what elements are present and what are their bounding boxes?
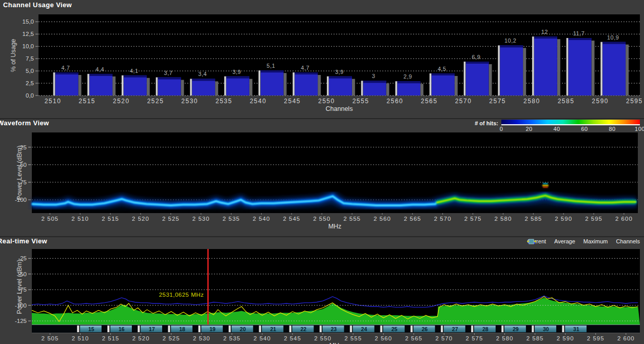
usage-y-axis-title: % of Usage (10, 39, 17, 72)
channel-block-stripe (138, 326, 140, 332)
usage-bar (397, 81, 420, 95)
bar-top-cap (363, 81, 386, 83)
channel-number: 25 (392, 326, 398, 332)
realtime-x-tick-label: 2 595 (587, 335, 604, 341)
waveform-x-axis-title: MHz (328, 223, 342, 230)
colorbar-tick-label: 80 (609, 126, 615, 132)
bar-shadow (386, 83, 389, 95)
bar-top-cap (602, 42, 626, 44)
legend-item-maximum[interactable]: Maximum (583, 238, 608, 244)
realtime-x-tick-label: 2 545 (284, 335, 301, 341)
usage-bar (295, 72, 318, 95)
bar-value-label: 4,7 (62, 65, 70, 71)
channel-block-stripe (77, 326, 80, 332)
channel-number: 24 (361, 326, 367, 332)
hits-colorbar-legend: # of hits: 020406080100 (475, 120, 640, 132)
realtime-x-tick-label: 2 565 (405, 335, 422, 341)
colorbar-tick-label: 0 (500, 126, 503, 132)
realtime-y-tick-label: -125 (15, 318, 27, 324)
realtime-x-tick-label: 2 515 (102, 335, 120, 341)
colorbar-tick-label: 20 (525, 126, 532, 132)
waveform-x-tick-label: 2 560 (374, 216, 391, 222)
waveform-x-tick-label: 2 510 (71, 216, 89, 222)
waveform-x-tick-label: 2 550 (313, 216, 330, 222)
usage-bar (363, 81, 386, 95)
bar-top-cap (329, 77, 352, 79)
bar-value-label: 4,4 (95, 66, 104, 72)
bar-left-stripe (87, 74, 89, 95)
waveform-y-axis-title: Power Level (dBm) (16, 145, 23, 200)
realtime-x-tick-label: 2 560 (375, 335, 392, 341)
colorbar-tick-label: 100 (635, 126, 644, 132)
usage-bar (261, 70, 284, 95)
waveform-x-tick-label: 2 555 (343, 216, 361, 222)
bar-top-cap (261, 70, 284, 72)
bar-left-stripe (156, 78, 158, 95)
channel-usage-panel: Channel Usage View 0,02,55,07,510,012,51… (0, 0, 644, 118)
bar-value-label: 4,5 (438, 66, 446, 72)
channel-number: 28 (482, 326, 489, 332)
waveform-title: Waveform View (0, 119, 49, 127)
channel-number: 18 (179, 326, 185, 332)
usage-x-tick-label: 2555 (353, 98, 369, 105)
usage-x-tick-label: 2565 (421, 98, 438, 105)
bar-top-cap (124, 75, 147, 78)
channel-block-stripe (107, 326, 110, 332)
usage-y-tick-label: 0,0 (26, 92, 34, 99)
realtime-x-tick-label: 2 535 (223, 335, 241, 341)
channel-block-stripe (289, 326, 292, 332)
usage-y-tick-label: 2,5 (26, 80, 34, 86)
channel-block-stripe (532, 326, 534, 332)
bar-left-stripe (122, 75, 124, 95)
usage-y-tick-label: 15,0 (23, 18, 34, 25)
channel-block-stripe (471, 326, 474, 332)
usage-bar (158, 78, 181, 95)
channel-block-stripe (380, 326, 383, 332)
legend-item-channels[interactable]: Channels (616, 238, 640, 244)
spike-cap-cyan (543, 183, 548, 184)
channel-number: 17 (149, 326, 155, 332)
bar-left-stripe (567, 38, 569, 95)
channel-number: 15 (88, 326, 94, 332)
colorbar-tick-label: 40 (553, 126, 560, 132)
realtime-x-tick-label: 2 505 (42, 335, 59, 341)
channel-block-stripe (501, 326, 504, 332)
colorbar-gradient (501, 120, 640, 125)
bar-shadow (420, 84, 423, 95)
bar-shadow (455, 76, 458, 95)
waveform-x-tick-label: 2 585 (524, 216, 542, 222)
channel-number: 19 (209, 326, 216, 332)
legend-item-label: Maximum (583, 238, 608, 244)
waveform-x-tick-label: 2 530 (192, 216, 210, 222)
usage-y-tick-label: 5,0 (26, 68, 34, 74)
legend-item-average[interactable]: Average (554, 238, 575, 244)
waveform-chart: -25-50-75-1002 5052 5102 5152 5202 5252 … (0, 118, 644, 236)
usage-bar (569, 38, 592, 95)
channel-number: 26 (422, 326, 428, 332)
realtime-chart: -25-50-75-100-1252531,0625 MHz1516171819… (0, 236, 644, 344)
bar-top-cap (295, 72, 318, 74)
bar-left-stripe (395, 81, 397, 95)
usage-x-tick-label: 2560 (386, 98, 403, 105)
usage-bar (192, 79, 215, 95)
spectrum-analyzer-window: { "chart_data": [ { "type": "bar", "titl… (0, 0, 644, 344)
usage-y-tick-label: 10,0 (23, 43, 34, 49)
bar-value-label: 2,9 (403, 73, 412, 80)
bar-shadow (181, 80, 184, 95)
realtime-x-tick-label: 2 540 (253, 335, 271, 341)
bar-left-stripe (600, 42, 602, 95)
bar-left-stripe (224, 77, 226, 95)
spike-cap-yellow (542, 185, 549, 186)
bar-top-cap (569, 38, 592, 40)
channel-number: 22 (300, 326, 306, 332)
usage-bar (534, 36, 557, 95)
waveform-x-tick-label: 2 565 (404, 216, 421, 222)
bar-shadow (79, 75, 82, 95)
waveform-x-tick-label: 2 520 (132, 216, 149, 222)
channel-block-stripe (228, 326, 231, 332)
bar-left-stripe (259, 70, 261, 95)
realtime-x-tick-label: 2 520 (132, 335, 150, 341)
channel-number: 20 (240, 326, 246, 332)
bar-top-cap (55, 72, 79, 74)
bar-top-cap (397, 81, 420, 83)
